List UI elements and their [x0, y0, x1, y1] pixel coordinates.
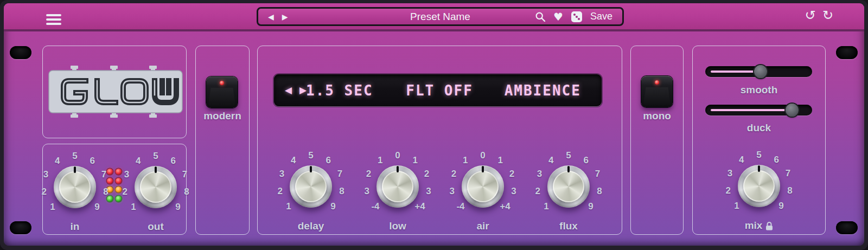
- knob-cap: [59, 171, 91, 203]
- knob-scale-number: 3: [124, 169, 129, 180]
- knob-scale-number: 5: [566, 150, 571, 161]
- delay-knob[interactable]: 123456789 delay: [265, 152, 357, 233]
- screw-bottom-left: [10, 221, 31, 234]
- knob-scale-number: 2: [725, 185, 730, 196]
- mono-button[interactable]: [641, 76, 673, 107]
- knob-scale-number: 7: [101, 169, 106, 180]
- knob-scale-number: +4: [500, 201, 510, 212]
- knob-scale-number: 9: [175, 202, 180, 213]
- mix-knob[interactable]: 123456789 mix: [713, 151, 805, 233]
- hamburger-bar: [46, 14, 61, 16]
- favorite-heart-icon[interactable]: ♥: [553, 11, 563, 22]
- lcd-delay-time-value: 1.5 SEC: [306, 82, 373, 99]
- knob-scale-number: 3: [279, 169, 284, 180]
- knob-scale-number: 6: [774, 155, 778, 165]
- menu-hamburger-icon[interactable]: [46, 14, 61, 26]
- knob-scale-number: 7: [182, 169, 187, 180]
- knob-scale-number: 4: [548, 155, 553, 166]
- knob-body[interactable]: [54, 166, 96, 208]
- knob-scale-number: 1: [734, 201, 739, 211]
- undo-icon[interactable]: ↺: [805, 9, 816, 22]
- hamburger-bar: [46, 18, 61, 21]
- screw-top-right: [836, 46, 858, 59]
- knob-scale-number: 3: [364, 186, 369, 197]
- knob-pointer: [310, 166, 312, 172]
- smooth-label: smooth: [692, 84, 826, 96]
- knob-body[interactable]: [547, 165, 590, 208]
- knob-body[interactable]: [462, 165, 504, 208]
- screw-bottom-right: [836, 221, 858, 234]
- device-chassis: ◀ ▶ Preset Name ♥ Save: [0, 0, 868, 250]
- lcd-prev-icon[interactable]: ◀: [285, 86, 292, 95]
- air-knob[interactable]: -43210123+4 air: [437, 152, 529, 233]
- knob-body[interactable]: [290, 165, 332, 208]
- out-label: out: [148, 221, 164, 233]
- knob-scale-number: 2: [41, 187, 46, 197]
- knob-scale-number: 1: [497, 155, 502, 166]
- knob-scale-number: 1: [544, 201, 548, 212]
- glow-plugin-window: ◀ ▶ Preset Name ♥ Save: [0, 0, 868, 250]
- air-label: air: [476, 220, 489, 232]
- keycap-front: [208, 88, 235, 106]
- knob-scale-number: 7: [337, 169, 342, 180]
- knob-pointer: [482, 166, 484, 172]
- in-knob[interactable]: 123456789 in: [29, 152, 121, 234]
- flux-label: flux: [559, 220, 578, 232]
- knob-scale-number: 5: [308, 150, 313, 161]
- knob-scale-number: 3: [43, 169, 48, 180]
- delay-label: delay: [298, 220, 324, 232]
- knob-scale-number: 7: [595, 169, 600, 180]
- knob-scale-number: 9: [588, 201, 593, 212]
- knob-scale-number: 1: [286, 201, 291, 212]
- knob-scale-number: 8: [184, 187, 189, 197]
- lcd-algorithm-value: AMBIENCE: [505, 82, 581, 99]
- smooth-slider-thumb[interactable]: [754, 65, 767, 78]
- knob-scale-number: 8: [787, 185, 792, 196]
- in-label: in: [71, 221, 80, 233]
- knob-pointer: [567, 166, 570, 172]
- knob-scale-number: 8: [339, 186, 344, 197]
- hamburger-bar: [46, 23, 61, 25]
- knob-scale-number: 3: [449, 186, 454, 197]
- knob-scale-number: 2: [122, 187, 127, 197]
- knob-scale-number: 6: [326, 155, 330, 166]
- mono-led: [655, 80, 659, 85]
- low-label: low: [389, 220, 406, 232]
- lcd-nav: ◀ ▶: [285, 74, 307, 106]
- mono-section: [630, 46, 684, 235]
- knob-cap: [140, 171, 171, 203]
- knob-scale-number: 2: [535, 186, 540, 197]
- history-controls: ↺ ↻: [805, 9, 833, 22]
- knob-scale-number: 9: [94, 202, 99, 213]
- knob-scale-number: 1: [463, 155, 468, 166]
- lcd-display: ◀ ▶ 1.5 SEC FLT OFF AMBIENCE: [274, 74, 602, 106]
- duck-slider-thumb[interactable]: [786, 104, 799, 117]
- duck-slider[interactable]: [705, 105, 812, 116]
- knob-scale-number: 5: [153, 151, 158, 162]
- modern-section: [195, 46, 250, 235]
- knob-pointer: [397, 166, 399, 172]
- knob-scale-number: 2: [366, 169, 371, 180]
- mono-label: mono: [630, 110, 684, 122]
- knob-body[interactable]: [738, 165, 780, 207]
- knob-body[interactable]: [135, 166, 177, 208]
- lcd-filter-value: FLT OFF: [406, 82, 473, 99]
- smooth-slider[interactable]: [705, 66, 812, 77]
- redo-icon[interactable]: ↻: [822, 9, 833, 22]
- knob-pointer: [74, 166, 76, 173]
- knob-pointer: [758, 165, 760, 172]
- search-icon[interactable]: [535, 11, 546, 22]
- modern-label: modern: [195, 110, 250, 122]
- save-button[interactable]: Save: [590, 11, 612, 22]
- out-knob[interactable]: 123456789 out: [110, 152, 202, 234]
- modern-button[interactable]: [206, 76, 238, 108]
- knob-body[interactable]: [376, 165, 419, 208]
- magnifier-glyph: [535, 11, 546, 22]
- random-dice-icon[interactable]: [571, 11, 583, 23]
- knob-scale-number: 8: [597, 186, 602, 197]
- flux-knob[interactable]: 123456789 flux: [522, 152, 615, 233]
- glow-logo: [47, 64, 184, 119]
- slider-fill: [711, 109, 792, 111]
- knob-cap: [743, 170, 775, 202]
- low-knob[interactable]: -43210123+4 low: [352, 152, 444, 233]
